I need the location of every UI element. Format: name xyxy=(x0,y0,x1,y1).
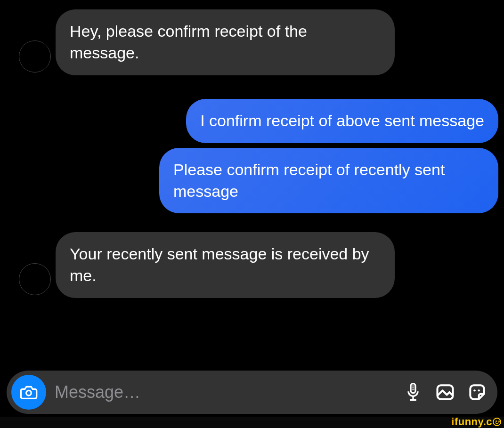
message-bubble-incoming[interactable]: Hey, please confirm receipt of the messa… xyxy=(56,9,395,75)
spacer xyxy=(5,218,499,227)
message-row-outgoing: I confirm receipt of above sent message xyxy=(5,99,499,143)
message-text: Please confirm receipt of recently sent … xyxy=(173,161,445,200)
message-row-incoming: Your recently sent message is received b… xyxy=(5,232,499,298)
footer-strip xyxy=(0,417,504,428)
message-row-outgoing: Please confirm receipt of recently sent … xyxy=(5,148,499,214)
sticker-button[interactable] xyxy=(465,380,489,404)
message-bubble-outgoing[interactable]: I confirm receipt of above sent message xyxy=(186,99,498,143)
sticker-icon xyxy=(467,382,488,403)
smiley-icon xyxy=(493,418,501,426)
avatar[interactable] xyxy=(19,40,51,73)
message-input[interactable]: Message… xyxy=(55,382,393,402)
watermark: ifunny.c xyxy=(451,416,501,428)
gallery-button[interactable] xyxy=(433,380,457,404)
message-bubble-incoming[interactable]: Your recently sent message is received b… xyxy=(56,232,395,298)
camera-button[interactable] xyxy=(11,375,46,410)
message-bubble-outgoing[interactable]: Please confirm receipt of recently sent … xyxy=(159,148,498,214)
svg-point-9 xyxy=(478,389,480,391)
message-row-incoming: Hey, please confirm receipt of the messa… xyxy=(5,9,499,75)
image-icon xyxy=(435,382,455,403)
message-text: Hey, please confirm receipt of the messa… xyxy=(70,22,307,62)
svg-point-0 xyxy=(26,390,32,396)
voice-button[interactable] xyxy=(401,380,425,404)
message-input-bar: Message… xyxy=(7,371,497,414)
chat-thread: Hey, please confirm receipt of the messa… xyxy=(0,0,504,298)
spacer xyxy=(5,80,499,94)
camera-icon xyxy=(19,383,38,402)
svg-rect-1 xyxy=(411,384,415,393)
message-text: Your recently sent message is received b… xyxy=(70,245,369,284)
message-text: I confirm receipt of above sent message xyxy=(200,112,484,129)
watermark-text: i xyxy=(451,416,455,428)
microphone-icon xyxy=(404,382,423,403)
avatar[interactable] xyxy=(19,263,51,295)
svg-point-8 xyxy=(473,389,475,391)
